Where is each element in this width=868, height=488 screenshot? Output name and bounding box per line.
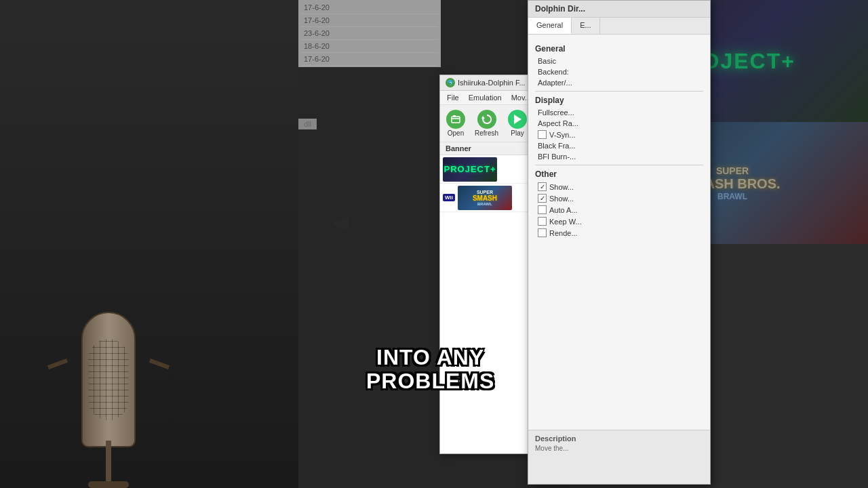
settings-panel[interactable]: Dolphin Dir... General E... General Basi… bbox=[528, 0, 711, 485]
settings-other-5[interactable]: Rende... bbox=[535, 227, 703, 239]
backend-label: Backend: bbox=[538, 68, 569, 76]
overlay-text-container: INTO ANY PROBLEMS bbox=[366, 346, 494, 393]
project-plus-text: PROJECT+ bbox=[444, 164, 496, 174]
bg-left-panel bbox=[0, 0, 298, 488]
section-general-title: General bbox=[535, 44, 703, 54]
other-checkbox-2[interactable]: ✓ bbox=[538, 194, 547, 203]
settings-body: General Basic Backend: Adapter/... Displ… bbox=[528, 35, 710, 484]
menu-emulation[interactable]: Emulation bbox=[465, 92, 506, 103]
open-button[interactable]: Open bbox=[443, 108, 469, 139]
game-banner-ssbb: SUPER SMASH BRAWL bbox=[458, 186, 512, 210]
svg-marker-2 bbox=[481, 116, 485, 119]
play-icon bbox=[508, 110, 527, 129]
refresh-label: Refresh bbox=[475, 129, 498, 137]
other-checkbox-5[interactable] bbox=[538, 228, 547, 237]
dolphin-window-icon: 🐬 bbox=[446, 78, 455, 87]
play-button[interactable]: Play bbox=[505, 108, 530, 139]
other-label-3: Auto A... bbox=[549, 206, 578, 214]
settings-fullscreen: Fullscree... bbox=[535, 107, 703, 118]
black-frames-label: Black Fra... bbox=[538, 142, 576, 150]
vsync-checkbox[interactable] bbox=[538, 130, 547, 139]
settings-aspect-ratio[interactable]: Aspect Ra... bbox=[535, 118, 703, 129]
bg-list-row: 23-6-20 bbox=[301, 27, 438, 40]
tab-enhancements[interactable]: E... bbox=[572, 18, 600, 34]
other-checkbox-4[interactable] bbox=[538, 217, 547, 226]
open-label: Open bbox=[448, 129, 464, 137]
basic-label: Basic bbox=[538, 57, 556, 65]
wii-platform-badge: Wii bbox=[443, 194, 455, 201]
settings-adapter: Adapter/... bbox=[535, 77, 703, 88]
game-banner-project-plus: PROJECT+ bbox=[443, 157, 497, 182]
bfi-burn-label: BFI Burn-... bbox=[538, 152, 576, 161]
ssbb-text: SMASH bbox=[473, 195, 497, 202]
settings-bfi-burn: BFI Burn-... bbox=[535, 151, 703, 162]
settings-basic: Basic bbox=[535, 56, 703, 66]
settings-description: Description Move the... bbox=[528, 430, 710, 484]
bg-list-row: 17-6-20 bbox=[301, 1, 438, 14]
settings-tabs[interactable]: General E... bbox=[528, 18, 710, 35]
menu-file[interactable]: File bbox=[443, 92, 463, 103]
bg-list-rows: 17-6-20 17-6-20 23-6-20 18-6-20 17-6-20 bbox=[298, 0, 441, 67]
ssbb-banner-art: SUPER SMASH BRAWL bbox=[458, 186, 512, 210]
settings-black-frames: Black Fra... bbox=[535, 140, 703, 151]
vsync-label: V-Syn... bbox=[549, 131, 576, 139]
project-plus-banner-art: PROJECT+ bbox=[443, 157, 497, 182]
svg-rect-1 bbox=[453, 115, 456, 117]
other-checkbox-1[interactable]: ✓ bbox=[538, 182, 547, 191]
other-checkbox-3[interactable] bbox=[538, 205, 547, 214]
fullscreen-label: Fullscree... bbox=[538, 108, 574, 117]
background-layer: 17-6-20 17-6-20 23-6-20 18-6-20 17-6-20 … bbox=[0, 0, 868, 488]
refresh-icon bbox=[477, 110, 496, 129]
other-label-5: Rende... bbox=[549, 229, 578, 237]
svg-rect-0 bbox=[452, 117, 460, 123]
aspect-ratio-label: Aspect Ra... bbox=[538, 119, 578, 127]
section-other-title: Other bbox=[535, 169, 703, 179]
other-label-4: Keep W... bbox=[549, 218, 582, 226]
refresh-button[interactable]: Refresh bbox=[471, 108, 502, 139]
settings-other-3[interactable]: Auto A... bbox=[535, 204, 703, 216]
play-label: Play bbox=[511, 129, 524, 137]
settings-other-2[interactable]: ✓ Show... bbox=[535, 192, 703, 204]
tab-general[interactable]: General bbox=[528, 18, 572, 34]
open-icon bbox=[446, 110, 465, 129]
overlay-line-1: INTO ANY bbox=[366, 346, 494, 369]
description-title: Description bbox=[535, 434, 703, 443]
adapter-label: Adapter/... bbox=[538, 79, 572, 87]
bg-list-row: 18-6-20 bbox=[301, 40, 438, 53]
overlay-line-2: PROBLEMS bbox=[366, 369, 494, 393]
other-label-1: Show... bbox=[549, 183, 574, 191]
separator-2 bbox=[535, 165, 703, 165]
separator-1 bbox=[535, 91, 703, 92]
section-display-title: Display bbox=[535, 96, 703, 105]
dolphin-window-title: Ishiiruka-Dolphin F... bbox=[458, 79, 526, 87]
settings-backend: Backend: bbox=[535, 66, 703, 77]
settings-other-4[interactable]: Keep W... bbox=[535, 216, 703, 227]
other-label-2: Show... bbox=[549, 195, 574, 203]
cursor-shape: ◀ bbox=[332, 210, 348, 234]
bg-list-row: 17-6-20 bbox=[301, 14, 438, 27]
svg-marker-3 bbox=[514, 115, 521, 124]
settings-titlebar: Dolphin Dir... bbox=[528, 1, 710, 18]
dll-label: dll bbox=[298, 119, 317, 129]
description-text: Move the... bbox=[535, 445, 703, 452]
settings-vsync[interactable]: V-Syn... bbox=[535, 129, 703, 140]
bg-list-row: 17-6-20 bbox=[301, 53, 438, 66]
settings-other-1[interactable]: ✓ Show... bbox=[535, 181, 703, 192]
